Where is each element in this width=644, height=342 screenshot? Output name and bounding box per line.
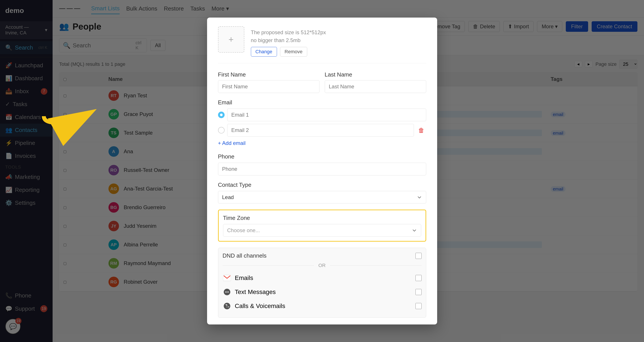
calls-dnd-checkbox[interactable] <box>416 303 422 309</box>
upload-buttons: Change Remove <box>251 47 326 57</box>
remove-image-button[interactable]: Remove <box>280 47 307 57</box>
dnd-channel-emails: Emails <box>223 271 422 285</box>
email-row-1 <box>218 109 426 121</box>
add-email-button[interactable]: + Add email <box>218 139 426 147</box>
upload-info: The proposed size is 512*512px no bigger… <box>251 26 326 57</box>
emails-channel-label: Emails <box>235 274 253 281</box>
or-divider: OR <box>223 263 422 268</box>
svg-point-6 <box>226 307 227 307</box>
timezone-label: Time Zone <box>223 215 421 221</box>
contact-type-section: Contact Type Lead Customer Prospect Othe… <box>218 182 426 203</box>
calls-icon <box>223 302 232 310</box>
dnd-channel-text: Text Messages <box>223 285 422 299</box>
email-section: Email 🗑 + Add email <box>218 99 426 147</box>
first-name-group: First Name <box>218 71 320 93</box>
delete-email-button[interactable]: 🗑 <box>416 126 426 135</box>
text-messages-channel-label: Text Messages <box>235 288 276 295</box>
contact-type-select[interactable]: Lead Customer Prospect Other <box>218 191 426 203</box>
dnd-section: DND all channels OR <box>218 248 426 318</box>
svg-point-3 <box>226 291 228 293</box>
plus-icon: + <box>228 35 234 45</box>
first-name-input[interactable] <box>218 80 320 93</box>
timezone-select[interactable]: Choose one... Pacific Time (PT) Mountain… <box>223 224 421 237</box>
phone-section: Phone <box>218 153 426 175</box>
dnd-header: DND all channels <box>223 252 422 259</box>
last-name-input[interactable] <box>325 80 426 93</box>
email-label: Email <box>218 99 426 106</box>
first-name-label: First Name <box>218 71 320 78</box>
email-input-2[interactable] <box>227 124 414 137</box>
dnd-calls-info: Calls & Voicemails <box>223 302 285 310</box>
last-name-label: Last Name <box>325 71 426 78</box>
email-input-1[interactable] <box>227 109 426 121</box>
add-email-label: + Add email <box>218 140 246 146</box>
name-row: First Name Last Name <box>218 71 426 93</box>
message-icon <box>223 288 232 296</box>
emails-dnd-checkbox[interactable] <box>416 275 422 281</box>
svg-point-2 <box>225 291 226 293</box>
last-name-group: Last Name <box>325 71 426 93</box>
upload-hint: The proposed size is 512*512px no bigger… <box>251 29 326 44</box>
dnd-text-info: Text Messages <box>223 288 276 296</box>
contact-type-label: Contact Type <box>218 182 426 188</box>
phone-label: Phone <box>218 153 426 160</box>
calls-channel-label: Calls & Voicemails <box>235 302 285 309</box>
dnd-channel-calls: Calls & Voicemails <box>223 299 422 313</box>
upload-placeholder[interactable]: + <box>218 26 244 53</box>
dnd-emails-info: Emails <box>223 274 253 282</box>
phone-input[interactable] <box>218 163 426 175</box>
modal-body: + The proposed size is 512*512px no bigg… <box>207 18 437 324</box>
or-text: OR <box>318 263 326 268</box>
change-image-button[interactable]: Change <box>251 47 277 57</box>
timezone-section: Time Zone Choose one... Pacific Time (PT… <box>218 210 426 242</box>
create-contact-modal: + The proposed size is 512*512px no bigg… <box>207 18 437 324</box>
dnd-all-checkbox[interactable] <box>416 253 422 259</box>
modal-overlay: + The proposed size is 512*512px no bigg… <box>0 0 644 342</box>
email-radio-1[interactable] <box>218 112 224 118</box>
svg-point-4 <box>228 291 229 293</box>
gmail-icon <box>223 274 232 282</box>
email-row-2: 🗑 <box>218 124 426 137</box>
email-radio-2[interactable] <box>218 127 224 134</box>
image-upload-area: + The proposed size is 512*512px no bigg… <box>218 26 426 63</box>
dnd-label: DND all channels <box>223 252 267 259</box>
svg-point-5 <box>224 303 230 309</box>
text-dnd-checkbox[interactable] <box>416 289 422 295</box>
